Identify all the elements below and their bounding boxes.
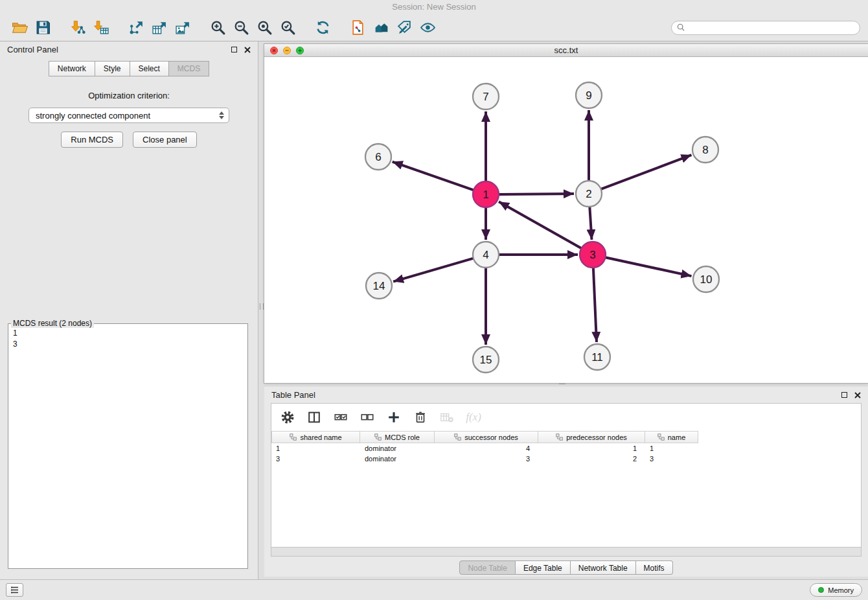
tab-network-table[interactable]: Network Table <box>571 560 636 575</box>
graph-edge-1-2[interactable] <box>499 194 574 194</box>
tab-edge-table[interactable]: Edge Table <box>516 560 571 575</box>
hamburger-icon <box>10 586 19 594</box>
select-all-icon <box>334 410 348 424</box>
memory-button[interactable]: Memory <box>810 583 862 597</box>
graph-node-1[interactable]: 1 <box>473 181 499 207</box>
table-row[interactable]: 1dominator411 <box>271 443 861 454</box>
export-network-button[interactable] <box>124 17 148 39</box>
vertical-splitter[interactable] <box>258 41 264 579</box>
column-header-shared-name[interactable]: shared name <box>271 431 360 443</box>
tab-network[interactable]: Network <box>49 61 95 76</box>
optimization-criterion-select[interactable]: strongly connected component <box>29 108 229 123</box>
close-table-panel-icon[interactable] <box>854 392 861 398</box>
graph-node-6[interactable]: 6 <box>365 144 391 170</box>
import-network-button[interactable] <box>66 17 89 39</box>
zoom-fit-button[interactable] <box>253 17 276 39</box>
table-horizontal-scrollbar[interactable] <box>271 548 862 557</box>
graph-edge-1-6[interactable] <box>393 162 474 190</box>
graph-node-8[interactable]: 8 <box>692 137 718 163</box>
open-session-button[interactable] <box>8 17 31 39</box>
graph-node-label: 4 <box>483 249 488 261</box>
eye-icon <box>420 19 436 36</box>
table-rows: 1dominator4113dominator323 <box>271 443 861 464</box>
table-cell: 3 <box>645 455 698 463</box>
graph-edge-3-11[interactable] <box>593 268 597 342</box>
zoom-in-button[interactable] <box>206 17 229 39</box>
save-session-button[interactable] <box>31 17 54 39</box>
fx-icon: f(x) <box>466 411 481 424</box>
tab-select[interactable]: Select <box>130 61 169 76</box>
sort-icon <box>374 433 382 441</box>
show-hide-button[interactable] <box>416 17 439 39</box>
graph-node-9[interactable]: 9 <box>576 82 602 108</box>
graph-node-label: 2 <box>586 188 591 200</box>
table-cell: 3 <box>271 455 360 463</box>
clone-network-button[interactable] <box>346 17 369 39</box>
close-panel-button[interactable]: Close panel <box>133 132 197 148</box>
column-header-predecessor-nodes[interactable]: predecessor nodes <box>538 431 645 443</box>
refresh-layout-button[interactable] <box>311 17 334 39</box>
function-builder-button[interactable]: f(x) <box>465 409 482 426</box>
run-mcds-button[interactable]: Run MCDS <box>61 132 123 148</box>
network-view-titlebar: scc.txt <box>264 44 868 57</box>
tab-motifs[interactable]: Motifs <box>636 560 673 575</box>
float-table-panel-icon[interactable] <box>841 392 847 398</box>
delete-column-button[interactable] <box>412 409 429 426</box>
network-graph[interactable]: 7968124314101511 <box>264 58 868 383</box>
graph-node-15[interactable]: 15 <box>473 347 499 373</box>
network-canvas[interactable]: 7968124314101511 <box>264 58 868 383</box>
select-all-rows-button[interactable] <box>332 409 349 426</box>
mcds-result-value: 1 <box>8 328 247 339</box>
graph-node-11[interactable]: 11 <box>584 344 610 370</box>
graph-node-7[interactable]: 7 <box>473 84 499 110</box>
graph-node-4[interactable]: 4 <box>473 242 499 268</box>
zoom-selected-icon <box>280 19 296 36</box>
window-close-icon[interactable] <box>270 47 278 54</box>
graph-node-label: 11 <box>591 351 603 363</box>
window-zoom-icon[interactable] <box>296 47 304 54</box>
column-header-name[interactable]: name <box>645 431 698 443</box>
close-panel-icon[interactable] <box>244 47 251 53</box>
graph-edge-2-3[interactable] <box>589 207 591 240</box>
window-minimize-icon[interactable] <box>283 47 291 54</box>
graph-node-14[interactable]: 14 <box>366 273 392 299</box>
graph-node-label: 3 <box>589 249 595 261</box>
unselect-all-icon <box>360 410 374 424</box>
column-header-MCDS-role[interactable]: MCDS role <box>360 431 435 443</box>
tab-style[interactable]: Style <box>95 61 130 76</box>
deselect-all-rows-button[interactable] <box>359 409 376 426</box>
select-stepper-icon <box>217 111 226 119</box>
graph-edge-4-14[interactable] <box>393 259 474 282</box>
float-panel-icon[interactable] <box>231 47 237 52</box>
tab-mcds[interactable]: MCDS <box>169 61 209 76</box>
table-row[interactable]: 3dominator323 <box>271 454 861 464</box>
table-panel-header: Table Panel <box>264 387 868 403</box>
graph-edge-2-8[interactable] <box>601 155 692 189</box>
gear-icon <box>280 410 295 424</box>
delete-table-button[interactable] <box>439 409 455 426</box>
tab-node-table[interactable]: Node Table <box>459 560 516 575</box>
graph-edge-3-1[interactable] <box>499 202 582 248</box>
import-table-icon <box>93 19 109 36</box>
export-table-button[interactable] <box>148 17 171 39</box>
create-column-button[interactable] <box>385 409 402 426</box>
export-image-button[interactable] <box>171 17 194 39</box>
table-toolbar: f(x) <box>271 404 861 431</box>
import-table-button[interactable] <box>89 17 113 39</box>
graph-node-10[interactable]: 10 <box>693 266 719 292</box>
zoom-out-button[interactable] <box>229 17 253 39</box>
column-selector-button[interactable] <box>306 409 323 426</box>
search-box[interactable] <box>671 21 860 35</box>
search-input[interactable] <box>689 23 854 32</box>
status-menu-button[interactable] <box>6 583 23 597</box>
graph-edge-3-10[interactable] <box>606 257 692 276</box>
graph-node-2[interactable]: 2 <box>576 181 602 207</box>
home-layout-button[interactable] <box>369 17 393 39</box>
selected-option: strongly connected component <box>36 111 150 121</box>
column-header-successor-nodes[interactable]: successor nodes <box>435 431 538 443</box>
table-cell: dominator <box>360 455 435 463</box>
table-settings-button[interactable] <box>279 409 296 426</box>
annotation-button[interactable] <box>393 17 416 39</box>
graph-node-3[interactable]: 3 <box>580 242 606 268</box>
zoom-selected-button[interactable] <box>276 17 299 39</box>
